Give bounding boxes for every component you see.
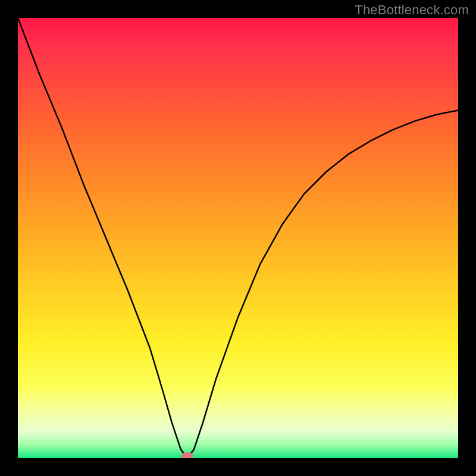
bottleneck-curve [18, 18, 458, 458]
valley-marker-icon [181, 453, 193, 459]
plot-area [18, 18, 458, 458]
watermark-text: TheBottleneck.com [355, 2, 469, 18]
chart-frame: TheBottleneck.com [0, 0, 476, 476]
